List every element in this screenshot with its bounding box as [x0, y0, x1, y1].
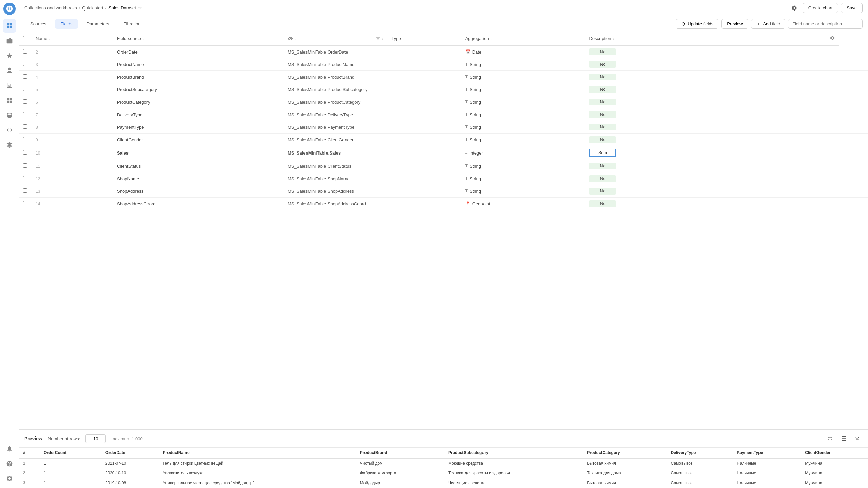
favorite-icon[interactable]: ☆ — [138, 5, 142, 11]
create-chart-button[interactable]: Create chart — [803, 3, 839, 13]
col-settings[interactable] — [826, 32, 839, 45]
row-aggregation[interactable]: No — [585, 96, 825, 108]
visibility-sort-icon[interactable]: ↓ — [294, 37, 296, 40]
row-checkbox-cell[interactable] — [19, 45, 32, 58]
row-checkbox[interactable] — [23, 74, 27, 79]
row-aggregation[interactable]: No — [585, 185, 825, 198]
row-checkbox[interactable] — [23, 112, 27, 116]
col-visibility[interactable]: ↓ — [283, 32, 372, 45]
row-checkbox-cell[interactable] — [19, 185, 32, 198]
breadcrumb-quickstart[interactable]: Quick start — [82, 5, 103, 11]
col-description[interactable]: Description ↓ — [585, 32, 825, 45]
filter-sort-icon[interactable]: ↓ — [382, 37, 383, 40]
row-type: T String — [461, 96, 585, 108]
sidebar-item-favorites[interactable] — [3, 49, 16, 62]
tab-filtration[interactable]: Filtration — [118, 19, 146, 29]
sidebar-item-charts[interactable] — [3, 79, 16, 92]
row-aggregation[interactable]: No — [585, 121, 825, 134]
col-name[interactable]: Name ↓ — [32, 32, 113, 45]
field-source-sort-icon[interactable]: ↓ — [142, 37, 144, 40]
row-checkbox[interactable] — [23, 124, 27, 129]
sidebar-item-grid[interactable] — [3, 19, 16, 33]
table-row: 3 ProductName MS_SalesMiniTable.ProductN… — [19, 58, 868, 71]
row-description — [826, 83, 839, 96]
row-checkbox[interactable] — [23, 176, 27, 180]
desc-sort-icon[interactable]: ↓ — [612, 37, 614, 40]
row-aggregation[interactable]: No — [585, 198, 825, 210]
row-checkbox-cell[interactable] — [19, 121, 32, 134]
sidebar-item-collections[interactable] — [3, 34, 16, 47]
row-checkbox-cell[interactable] — [19, 71, 32, 83]
preview-expand-button[interactable] — [825, 433, 835, 444]
settings-button[interactable] — [789, 3, 800, 14]
row-num: 10 — [32, 146, 113, 160]
row-checkbox-cell[interactable] — [19, 146, 32, 160]
sidebar-item-help[interactable] — [3, 457, 16, 470]
row-checkbox-cell[interactable] — [19, 58, 32, 71]
row-num: 9 — [32, 134, 113, 146]
preview-button[interactable]: Preview — [721, 19, 748, 29]
row-checkbox[interactable] — [23, 49, 27, 54]
type-sort-icon[interactable]: ↓ — [402, 37, 404, 40]
row-aggregation[interactable]: No — [585, 134, 825, 146]
row-checkbox[interactable] — [23, 99, 27, 104]
preview-collapse-button[interactable] — [838, 433, 849, 444]
tab-sources[interactable]: Sources — [24, 19, 52, 29]
preview-cell: Моющие средства — [444, 458, 583, 468]
row-aggregation[interactable]: No — [585, 172, 825, 185]
sidebar-item-connections[interactable] — [3, 64, 16, 77]
row-aggregation[interactable]: No — [585, 45, 825, 58]
more-options-icon[interactable]: ··· — [144, 5, 148, 11]
preview-close-button[interactable] — [852, 433, 863, 444]
row-aggregation[interactable]: Sum — [585, 146, 825, 160]
row-aggregation[interactable]: No — [585, 58, 825, 71]
svg-rect-2 — [7, 26, 9, 28]
preview-cell: Наличные — [733, 468, 801, 478]
row-num: 12 — [32, 172, 113, 185]
sidebar-item-dashboards[interactable] — [3, 94, 16, 107]
preview-rows-input[interactable] — [85, 434, 106, 443]
name-sort-icon[interactable]: ↓ — [49, 37, 51, 40]
row-checkbox[interactable] — [23, 163, 27, 168]
row-aggregation[interactable]: No — [585, 108, 825, 121]
sidebar-item-datasets[interactable] — [3, 108, 16, 122]
row-checkbox[interactable] — [23, 188, 27, 193]
row-aggregation[interactable]: No — [585, 83, 825, 96]
table-row: 2 OrderDate MS_SalesMiniTable.OrderDate … — [19, 45, 868, 58]
row-aggregation[interactable]: No — [585, 71, 825, 83]
breadcrumb-collections[interactable]: Collections and workbooks — [24, 5, 77, 11]
search-input[interactable] — [788, 19, 863, 29]
app-logo[interactable] — [3, 3, 16, 15]
row-checkbox[interactable] — [23, 87, 27, 91]
row-aggregation[interactable]: No — [585, 160, 825, 172]
col-aggregation[interactable]: Aggregation ↓ — [461, 32, 585, 45]
sidebar-item-integrations[interactable] — [3, 138, 16, 152]
col-type[interactable]: Type ↓ — [388, 32, 461, 45]
add-field-button[interactable]: Add field — [751, 19, 785, 29]
row-checkbox[interactable] — [23, 62, 27, 66]
row-checkbox-cell[interactable] — [19, 134, 32, 146]
row-checkbox[interactable] — [23, 150, 27, 155]
sidebar-item-ql[interactable] — [3, 123, 16, 137]
table-row: 11 ClientStatus MS_SalesMiniTable.Client… — [19, 160, 868, 172]
sidebar-item-notifications[interactable] — [3, 442, 16, 455]
update-fields-button[interactable]: Update fields — [676, 19, 718, 29]
preview-cell: Мойдодыр — [356, 478, 444, 488]
row-checkbox-cell[interactable] — [19, 160, 32, 172]
preview-col-header: ProductSubcategory — [444, 448, 583, 458]
row-checkbox-cell[interactable] — [19, 172, 32, 185]
row-checkbox-cell[interactable] — [19, 198, 32, 210]
row-checkbox-cell[interactable] — [19, 108, 32, 121]
agg-sort-icon[interactable]: ↓ — [490, 37, 492, 40]
row-checkbox-cell[interactable] — [19, 83, 32, 96]
row-checkbox[interactable] — [23, 137, 27, 141]
row-checkbox[interactable] — [23, 201, 27, 205]
tab-parameters[interactable]: Parameters — [81, 19, 115, 29]
col-filter[interactable]: ↓ — [372, 32, 388, 45]
select-all-checkbox[interactable] — [23, 36, 27, 40]
tab-fields[interactable]: Fields — [55, 19, 78, 29]
col-field-source[interactable]: Field source ↓ — [113, 32, 283, 45]
sidebar-item-settings[interactable] — [3, 472, 16, 485]
save-button[interactable]: Save — [841, 3, 863, 13]
row-checkbox-cell[interactable] — [19, 96, 32, 108]
